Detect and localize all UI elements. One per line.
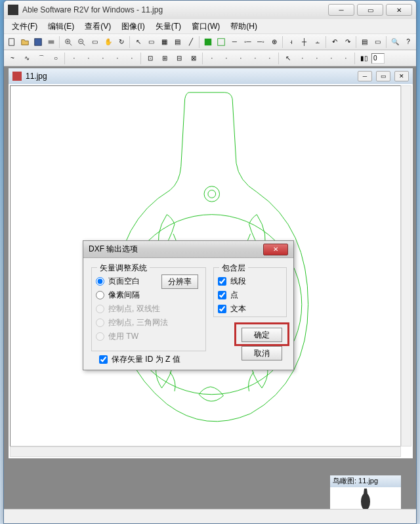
menubar: 文件(F) 编辑(E) 查看(V) 图像(I) 矢量(T) 窗口(W) 帮助(H… — [4, 19, 416, 33]
tool-e-icon[interactable]: · — [125, 52, 138, 65]
target-icon[interactable]: ⊕ — [268, 35, 280, 49]
tool-d-icon[interactable]: · — [111, 52, 124, 65]
green-node-icon[interactable]: ◦─ — [242, 35, 253, 49]
radio-use-tw: 使用 TW — [92, 330, 205, 343]
layers-icon[interactable]: ▤ — [359, 35, 371, 49]
dialog-close-button[interactable]: ✕ — [263, 244, 288, 255]
refresh-icon[interactable]: ↻ — [116, 35, 127, 49]
tool-a-icon[interactable]: · — [68, 52, 81, 65]
snap-b-icon[interactable]: ⊞ — [158, 52, 171, 65]
svg-rect-1 — [35, 38, 42, 45]
grid-icon[interactable]: ▤ — [172, 35, 184, 49]
move-a-icon[interactable]: · — [296, 52, 309, 65]
menu-vector[interactable]: 矢量(T) — [150, 20, 186, 33]
curve-icon[interactable]: ~ — [6, 52, 19, 65]
green-dash-icon[interactable]: ─ — [228, 35, 240, 49]
move-c-icon[interactable]: · — [325, 52, 338, 65]
menu-window[interactable]: 窗口(W) — [186, 20, 225, 33]
edit-d-icon[interactable]: · — [249, 52, 262, 65]
titlebar: Able Software R2V for Windows - 11.jpg ─… — [4, 1, 416, 19]
rect-fill-icon[interactable] — [202, 35, 214, 49]
cancel-button[interactable]: 取消 — [242, 346, 282, 360]
dxf-export-dialog: DXF 输出选项 ✕ 矢量调整系统 页面空白 像素间隔 控制点, 双线性 控制点… — [83, 240, 294, 370]
circle-icon[interactable]: ○ — [49, 52, 62, 65]
new-file-icon[interactable] — [6, 35, 18, 49]
preview-window[interactable]: 鸟瞰图: 11.jpg — [329, 475, 402, 514]
arrow-icon[interactable]: ↖ — [282, 52, 295, 65]
menu-help[interactable]: 帮助(H) — [225, 20, 262, 33]
help-icon[interactable]: ? — [402, 35, 414, 49]
zoom2-icon[interactable]: 🔍 — [389, 35, 401, 49]
align-center-icon[interactable]: ┼ — [299, 35, 310, 49]
check-save-id[interactable]: 保存矢量 ID 为 Z 值 — [99, 354, 180, 365]
snap-a-icon[interactable]: ⊡ — [144, 52, 157, 65]
open-file-icon[interactable] — [19, 35, 31, 49]
group-layers-title: 包含层 — [219, 263, 248, 274]
main-window: Able Software R2V for Windows - 11.jpg ─… — [3, 0, 417, 524]
svg-line-4 — [70, 43, 72, 45]
hatch-icon[interactable]: ▦ — [159, 35, 171, 49]
menu-image[interactable]: 图像(I) — [116, 20, 150, 33]
undo-icon[interactable]: ↶ — [329, 35, 341, 49]
maximize-button[interactable]: ▭ — [357, 4, 383, 16]
green-seg-icon[interactable]: ─◦ — [255, 35, 266, 49]
horizontal-scrollbar[interactable] — [10, 447, 401, 457]
svg-point-13 — [204, 186, 219, 202]
ok-button[interactable]: 确定 — [242, 328, 282, 342]
menu-view[interactable]: 查看(V) — [79, 20, 116, 33]
radio-pixel-interval[interactable]: 像素间隔 — [92, 288, 205, 302]
move-d-icon[interactable]: · — [339, 52, 352, 65]
zoom-out-icon[interactable] — [75, 35, 87, 49]
line-icon[interactable]: ╱ — [185, 35, 197, 49]
save-icon[interactable] — [32, 35, 44, 49]
doc-minimize-button[interactable]: ─ — [358, 71, 372, 81]
close-button[interactable]: ✕ — [386, 4, 412, 16]
svg-rect-0 — [9, 38, 14, 45]
value-input[interactable] — [371, 53, 385, 64]
align-left-icon[interactable]: ⫞ — [285, 35, 297, 49]
zoom-fit-icon[interactable]: ▭ — [89, 35, 100, 49]
tool-c-icon[interactable]: · — [96, 52, 110, 65]
toggle-icon[interactable]: ▮▯ — [358, 52, 371, 65]
pointer-icon[interactable]: ↖ — [133, 35, 144, 49]
print-icon[interactable] — [45, 35, 57, 49]
text-icon[interactable]: ▭ — [372, 35, 384, 49]
document-titlebar: 11.jpg ─ ▭ ✕ — [9, 68, 413, 84]
check-lines[interactable]: 线段 — [214, 274, 286, 288]
vertical-scrollbar[interactable] — [401, 85, 411, 447]
align-right-icon[interactable]: ⫠ — [312, 35, 324, 49]
app-title: Able Software R2V for Windows - 11.jpg — [22, 5, 328, 14]
minimize-button[interactable]: ─ — [328, 4, 354, 16]
resolution-button[interactable]: 分辨率 — [161, 274, 198, 289]
arc-icon[interactable]: ⌒ — [35, 52, 48, 65]
edit-a-icon[interactable]: · — [205, 52, 219, 65]
pan-icon[interactable]: ✋ — [102, 35, 114, 49]
edit-e-icon[interactable]: · — [263, 52, 276, 65]
dialog-titlebar[interactable]: DXF 输出选项 ✕ — [83, 241, 293, 258]
redo-icon[interactable]: ↷ — [342, 35, 354, 49]
check-text[interactable]: 文本 — [214, 302, 286, 316]
menu-file[interactable]: 文件(F) — [7, 20, 43, 33]
snap-c-icon[interactable]: ⊟ — [173, 52, 186, 65]
doc-close-button[interactable]: ✕ — [394, 71, 409, 81]
edit-b-icon[interactable]: · — [220, 52, 233, 65]
doc-maximize-button[interactable]: ▭ — [376, 71, 390, 81]
toolbar-1: ▭ ✋ ↻ ↖ ▭ ▦ ▤ ╱ ─ ◦─ ─◦ ⊕ ⫞ ┼ ⫠ ↶ ↷ ▤ ▭ … — [4, 33, 416, 50]
preview-title: 鸟瞰图: 11.jpg — [330, 475, 401, 487]
statusbar — [4, 509, 416, 523]
zoom-in-icon[interactable] — [62, 35, 74, 49]
menu-edit[interactable]: 编辑(E) — [43, 20, 79, 33]
rect-outline-icon[interactable] — [215, 35, 227, 49]
doc-icon — [12, 72, 22, 81]
move-b-icon[interactable]: · — [310, 52, 324, 65]
edit-c-icon[interactable]: · — [234, 52, 247, 65]
window-controls: ─ ▭ ✕ — [328, 4, 412, 16]
tool-b-icon[interactable]: · — [82, 52, 95, 65]
check-points[interactable]: 点 — [214, 288, 286, 302]
group-adjust-system: 矢量调整系统 页面空白 像素间隔 控制点, 双线性 控制点, 三角网法 使用 T… — [91, 267, 206, 351]
snap-d-icon[interactable]: ⊠ — [187, 52, 200, 65]
polyline-icon[interactable]: ∿ — [20, 52, 33, 65]
select-rect-icon[interactable]: ▭ — [146, 35, 158, 49]
toolbar-2: ~ ∿ ⌒ ○ · · · · · ⊡ ⊞ ⊟ ⊠ · · · · · ↖ · … — [4, 50, 416, 66]
svg-rect-2 — [49, 40, 54, 43]
